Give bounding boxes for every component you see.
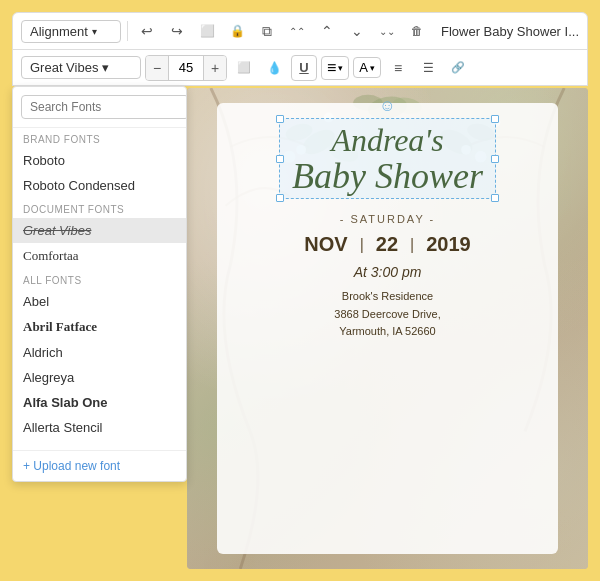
font-search-input[interactable]	[21, 95, 187, 119]
underline-button[interactable]: U	[291, 55, 317, 81]
upload-font-label: + Upload new font	[23, 459, 120, 473]
handle-bottom-left[interactable]	[276, 194, 284, 202]
saturday-text: - SATURDAY -	[340, 213, 436, 225]
font-item-allerta-stencil[interactable]: Allerta Stencil	[13, 415, 186, 440]
date-divider-1: |	[360, 236, 364, 254]
increase-size-button[interactable]: +	[204, 56, 226, 80]
toolbar-second: Great Vibes ▾ − + ⬜ 💧 U ≡ ▾ A ▾ ≡ ☰ 🔗	[12, 50, 588, 86]
handle-middle-left[interactable]	[276, 155, 284, 163]
font-size-input[interactable]	[168, 56, 204, 80]
undo-button[interactable]: ↩	[134, 18, 160, 44]
selection-top-handle: ☺	[379, 97, 395, 115]
numbered-list-icon: ☰	[423, 61, 434, 75]
font-item-alegreya[interactable]: Alegreya	[13, 365, 186, 390]
handle-bottom-right[interactable]	[491, 194, 499, 202]
font-name-label: Great Vibes	[30, 60, 98, 75]
color-drop-button[interactable]: 💧	[261, 55, 287, 81]
move-bottom-button[interactable]: ⌄⌄	[374, 18, 400, 44]
move-top-icon: ⌃⌃	[289, 26, 305, 37]
handle-top-left[interactable]	[276, 115, 284, 123]
move-down-button[interactable]: ⌄	[344, 18, 370, 44]
canvas-area: ☺ Andrea's Baby Shower - SATURDAY - NOV …	[187, 88, 588, 569]
doc-title: Flower Baby Shower I...	[441, 24, 579, 39]
text-align-icon: ≡	[327, 59, 336, 77]
link-button[interactable]: 🔗	[445, 55, 471, 81]
font-dropdown-chevron-icon: ▾	[102, 60, 109, 75]
address-text: Brook's Residence 3868 Deercove Drive, Y…	[334, 288, 440, 341]
font-item-roboto[interactable]: Roboto	[13, 148, 186, 173]
invitation-card: ☺ Andrea's Baby Shower - SATURDAY - NOV …	[217, 103, 558, 554]
upload-font-button[interactable]: + Upload new font	[13, 450, 186, 481]
link-icon: 🔗	[451, 61, 465, 74]
font-size-control: − +	[145, 55, 227, 81]
decrease-size-button[interactable]: −	[146, 56, 168, 80]
redo-button[interactable]: ↪	[164, 18, 190, 44]
frame-icon: ⬜	[200, 24, 215, 38]
all-fonts-label: ALL FONTS	[13, 269, 186, 289]
address-line1: 3868 Deercove Drive,	[334, 306, 440, 324]
text-selection-box[interactable]: ☺ Andrea's Baby Shower	[279, 118, 496, 199]
font-search-container: 🔍	[13, 87, 186, 128]
alignment-dropdown[interactable]: Alignment ▾	[21, 20, 121, 43]
color-swatch-button[interactable]: ⬜	[231, 55, 257, 81]
handle-middle-right[interactable]	[491, 155, 499, 163]
month-text: NOV	[304, 233, 347, 256]
andrea-text: Andrea's	[292, 123, 483, 158]
alignment-chevron-icon: ▾	[92, 26, 97, 37]
date-divider-2: |	[410, 236, 414, 254]
move-up-icon: ⌃	[321, 23, 333, 39]
lock-icon: 🔒	[230, 24, 245, 38]
font-style-chevron-icon: ▾	[370, 63, 375, 73]
text-align-dropdown[interactable]: ≡ ▾	[321, 56, 349, 80]
font-item-aldrich[interactable]: Aldrich	[13, 340, 186, 365]
lock-button[interactable]: 🔒	[224, 18, 250, 44]
date-row: NOV | 22 | 2019	[304, 233, 470, 256]
numbered-list-button[interactable]: ☰	[415, 55, 441, 81]
delete-button[interactable]: 🗑	[404, 18, 430, 44]
font-item-abel[interactable]: Abel	[13, 289, 186, 314]
toolbar-top: Alignment ▾ ↩ ↪ ⬜ 🔒 ⧉ ⌃⌃ ⌃ ⌄ ⌄⌄ 🗑 Flower…	[12, 12, 588, 50]
font-item-amaranth[interactable]: Amaranth	[13, 440, 186, 448]
app-container: Alignment ▾ ↩ ↪ ⬜ 🔒 ⧉ ⌃⌃ ⌃ ⌄ ⌄⌄ 🗑 Flower…	[0, 0, 600, 581]
font-item-roboto-condensed[interactable]: Roboto Condensed	[13, 173, 186, 198]
font-item-abril-fatface[interactable]: Abril Fatface	[13, 314, 186, 340]
move-up-button[interactable]: ⌃	[314, 18, 340, 44]
brand-fonts-label: BRAND FONTS	[13, 128, 186, 148]
font-list: BRAND FONTS Roboto Roboto Condensed DOCU…	[13, 128, 186, 448]
address-line2: Yarmouth, IA 52660	[334, 323, 440, 341]
move-top-button[interactable]: ⌃⌃	[284, 18, 310, 44]
copy-icon: ⧉	[262, 23, 272, 40]
font-item-comfortaa[interactable]: Comfortaa	[13, 243, 186, 269]
trash-icon: 🗑	[411, 24, 423, 38]
redo-icon: ↪	[171, 23, 183, 39]
font-style-dropdown[interactable]: A ▾	[353, 57, 381, 78]
text-align-chevron-icon: ▾	[338, 63, 343, 73]
move-down-icon: ⌄	[351, 23, 363, 39]
time-text: At 3:00 pm	[354, 264, 422, 280]
day-text: 22	[376, 233, 398, 256]
document-fonts-label: DOCUMENT FONTS	[13, 198, 186, 218]
font-item-alfa-slab-one[interactable]: Alfa Slab One	[13, 390, 186, 415]
font-panel: 🔍 BRAND FONTS Roboto Roboto Condensed DO…	[12, 86, 187, 482]
year-text: 2019	[426, 233, 471, 256]
baby-shower-text: Baby Shower	[292, 158, 483, 194]
undo-icon: ↩	[141, 23, 153, 39]
list-button[interactable]: ≡	[385, 55, 411, 81]
frame-button[interactable]: ⬜	[194, 18, 220, 44]
list-icon: ≡	[394, 60, 402, 76]
separator-1	[127, 21, 128, 41]
alignment-label: Alignment	[30, 24, 88, 39]
handle-top-right[interactable]	[491, 115, 499, 123]
move-bottom-icon: ⌄⌄	[379, 26, 395, 37]
venue-name: Brook's Residence	[334, 288, 440, 306]
font-item-great-vibes[interactable]: Great Vibes	[13, 218, 186, 243]
copy-button[interactable]: ⧉	[254, 18, 280, 44]
font-dropdown[interactable]: Great Vibes ▾	[21, 56, 141, 79]
font-style-icon: A	[359, 60, 368, 75]
canvas-bg: ☺ Andrea's Baby Shower - SATURDAY - NOV …	[187, 88, 588, 569]
